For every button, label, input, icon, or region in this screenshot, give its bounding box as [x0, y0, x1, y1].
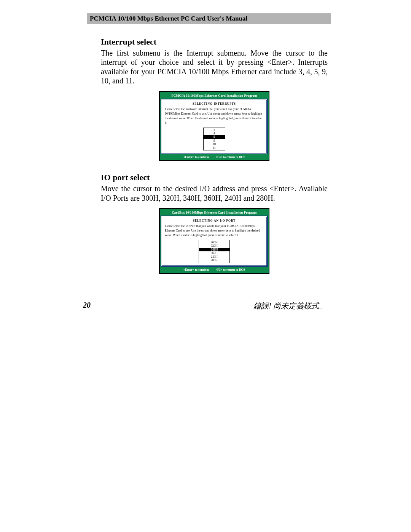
- list-option[interactable]: 240H: [199, 255, 229, 259]
- install-window-ioport: CardBus 10/100Mbps Ethernet Card Install…: [159, 208, 269, 274]
- page-header: PCMCIA 10/100 Mbps Ethernet PC Card User…: [87, 13, 331, 24]
- hint-enter: <Enter> to continue: [183, 268, 210, 272]
- list-option[interactable]: 10: [204, 142, 225, 146]
- list-option[interactable]: 9: [204, 139, 225, 142]
- hint-enter: <Enter> to continue: [183, 155, 210, 159]
- heading-io-port-select: IO port select: [101, 173, 328, 182]
- manual-page: PCMCIA 10/100 Mbps Ethernet PC Card User…: [0, 0, 411, 532]
- install-window-title: PCMCIA 10/100Mbps Ethernet Card Installa…: [161, 93, 268, 99]
- page-footer: 20 錯誤! 尚未定義樣式。: [83, 301, 327, 311]
- list-option[interactable]: 3: [204, 128, 225, 132]
- paragraph-io-port-select: Move the cursor to the desired I/O addre…: [101, 184, 328, 203]
- install-window-title: CardBus 10/100Mbps Ethernet Card Install…: [161, 209, 268, 216]
- install-window-interrupt: PCMCIA 10/100Mbps Ethernet Card Installa…: [159, 91, 269, 161]
- paragraph-interrupt-select: The first submenu is the Interrupt subme…: [101, 48, 328, 86]
- list-option[interactable]: 320H: [199, 244, 229, 248]
- hint-f3: <F3> to return to DOS: [215, 268, 245, 272]
- install-window-subtitle: SELECTING AN I/O PORT: [165, 219, 264, 222]
- page-number: 20: [83, 301, 91, 311]
- list-option[interactable]: 360H: [199, 251, 229, 255]
- list-option[interactable]: 280H: [199, 259, 229, 262]
- list-option[interactable]: 11: [204, 146, 225, 150]
- footer-error-text: 錯誤! 尚未定義樣式。: [253, 301, 327, 311]
- interrupt-listbox[interactable]: 34591011: [203, 128, 225, 151]
- install-window-instructions: Please select the hardware interrupt tha…: [165, 107, 264, 125]
- install-window-footer: <Enter> to continue <F3> to return to DO…: [161, 267, 268, 272]
- list-option[interactable]: 4: [204, 132, 225, 135]
- list-option[interactable]: 300H: [199, 241, 229, 244]
- list-option[interactable]: 340H: [199, 248, 229, 251]
- hint-f3: <F3> to return to DOS: [215, 155, 245, 159]
- ioport-listbox[interactable]: 300H320H340H360H240H280H: [199, 240, 230, 263]
- install-window-subtitle: SELECTING INTERRUPTS: [165, 102, 264, 105]
- list-option[interactable]: 5: [204, 135, 225, 139]
- content-column: Interrupt select The first submenu is th…: [101, 37, 328, 274]
- install-window-instructions: Please select the I/O Port that you woul…: [165, 224, 264, 238]
- install-window-footer: <Enter> to continue <F3> to return to DO…: [161, 154, 268, 160]
- heading-interrupt-select: Interrupt select: [101, 37, 328, 47]
